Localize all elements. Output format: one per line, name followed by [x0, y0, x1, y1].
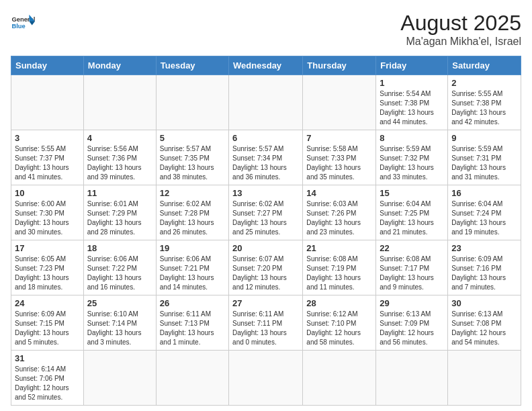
- day-info: Sunrise: 5:59 AM Sunset: 7:31 PM Dayligh…: [451, 144, 517, 182]
- day-info: Sunrise: 6:09 AM Sunset: 7:16 PM Dayligh…: [451, 255, 517, 292]
- day-number: 20: [232, 243, 299, 253]
- calendar-cell: 17Sunrise: 6:05 AM Sunset: 7:23 PM Dayli…: [11, 240, 84, 295]
- calendar-cell: 5Sunrise: 5:57 AM Sunset: 7:35 PM Daylig…: [156, 130, 228, 185]
- day-number: 13: [232, 188, 299, 198]
- calendar-cell: 6Sunrise: 5:57 AM Sunset: 7:34 PM Daylig…: [229, 130, 303, 185]
- day-info: Sunrise: 6:12 AM Sunset: 7:10 PM Dayligh…: [306, 310, 372, 347]
- calendar-cell: 24Sunrise: 6:09 AM Sunset: 7:15 PM Dayli…: [11, 295, 84, 351]
- day-number: 31: [15, 353, 80, 363]
- day-number: 22: [380, 243, 444, 253]
- day-info: Sunrise: 6:02 AM Sunset: 7:27 PM Dayligh…: [232, 199, 299, 237]
- day-number: 21: [306, 243, 372, 253]
- calendar-cell: 23Sunrise: 6:09 AM Sunset: 7:16 PM Dayli…: [448, 240, 521, 295]
- day-info: Sunrise: 6:08 AM Sunset: 7:19 PM Dayligh…: [306, 255, 372, 292]
- calendar-cell: [83, 351, 156, 406]
- day-info: Sunrise: 6:04 AM Sunset: 7:25 PM Dayligh…: [380, 199, 444, 237]
- header-wednesday: Wednesday: [229, 56, 303, 75]
- calendar-cell: 1Sunrise: 5:54 AM Sunset: 7:38 PM Daylig…: [376, 75, 448, 130]
- calendar-cell: 7Sunrise: 5:58 AM Sunset: 7:33 PM Daylig…: [303, 130, 376, 185]
- calendar-week-row: 10Sunrise: 6:00 AM Sunset: 7:30 PM Dayli…: [11, 185, 521, 240]
- day-number: 30: [451, 298, 517, 308]
- calendar-cell: 3Sunrise: 5:55 AM Sunset: 7:37 PM Daylig…: [11, 130, 84, 185]
- day-info: Sunrise: 6:05 AM Sunset: 7:23 PM Dayligh…: [15, 255, 80, 292]
- day-info: Sunrise: 6:06 AM Sunset: 7:21 PM Dayligh…: [160, 255, 225, 292]
- day-number: 3: [15, 133, 80, 143]
- calendar-cell: 26Sunrise: 6:11 AM Sunset: 7:13 PM Dayli…: [156, 295, 228, 351]
- day-info: Sunrise: 6:00 AM Sunset: 7:30 PM Dayligh…: [15, 199, 80, 237]
- calendar-cell: 9Sunrise: 5:59 AM Sunset: 7:31 PM Daylig…: [448, 130, 521, 185]
- calendar-title: August 2025: [400, 11, 521, 36]
- day-number: 19: [160, 243, 225, 253]
- day-info: Sunrise: 6:11 AM Sunset: 7:13 PM Dayligh…: [160, 310, 225, 347]
- header-sunday: Sunday: [11, 56, 84, 75]
- calendar-cell: [156, 75, 228, 130]
- calendar-cell: 28Sunrise: 6:12 AM Sunset: 7:10 PM Dayli…: [303, 295, 376, 351]
- calendar-cell: 21Sunrise: 6:08 AM Sunset: 7:19 PM Dayli…: [303, 240, 376, 295]
- logo: General Blue: [11, 11, 35, 35]
- calendar-cell: [83, 75, 156, 130]
- calendar-cell: 8Sunrise: 5:59 AM Sunset: 7:32 PM Daylig…: [376, 130, 448, 185]
- day-number: 26: [160, 298, 225, 308]
- day-info: Sunrise: 5:58 AM Sunset: 7:33 PM Dayligh…: [306, 144, 372, 182]
- calendar-table: SundayMondayTuesdayWednesdayThursdayFrid…: [11, 56, 521, 406]
- day-info: Sunrise: 5:57 AM Sunset: 7:35 PM Dayligh…: [160, 144, 225, 182]
- calendar-cell: [229, 351, 303, 406]
- calendar-cell: 16Sunrise: 6:04 AM Sunset: 7:24 PM Dayli…: [448, 185, 521, 240]
- calendar-cell: [11, 75, 84, 130]
- title-area: August 2025 Ma'agan Mikha'el, Israel: [400, 11, 521, 48]
- day-info: Sunrise: 6:14 AM Sunset: 7:06 PM Dayligh…: [15, 365, 80, 402]
- day-info: Sunrise: 5:56 AM Sunset: 7:36 PM Dayligh…: [87, 144, 152, 182]
- day-info: Sunrise: 6:11 AM Sunset: 7:11 PM Dayligh…: [232, 310, 299, 347]
- day-number: 10: [15, 188, 80, 198]
- day-info: Sunrise: 5:57 AM Sunset: 7:34 PM Dayligh…: [232, 144, 299, 182]
- calendar-week-row: 1Sunrise: 5:54 AM Sunset: 7:38 PM Daylig…: [11, 75, 521, 130]
- day-number: 15: [380, 188, 444, 198]
- day-info: Sunrise: 6:04 AM Sunset: 7:24 PM Dayligh…: [451, 199, 517, 237]
- calendar-cell: 31Sunrise: 6:14 AM Sunset: 7:06 PM Dayli…: [11, 351, 84, 406]
- calendar-header-row: SundayMondayTuesdayWednesdayThursdayFrid…: [11, 56, 521, 75]
- day-number: 28: [306, 298, 372, 308]
- calendar-cell: [229, 75, 303, 130]
- calendar-cell: [303, 351, 376, 406]
- day-number: 4: [87, 133, 152, 143]
- calendar-cell: [156, 351, 228, 406]
- calendar-cell: 2Sunrise: 5:55 AM Sunset: 7:38 PM Daylig…: [448, 75, 521, 130]
- day-number: 23: [451, 243, 517, 253]
- calendar-cell: 22Sunrise: 6:08 AM Sunset: 7:17 PM Dayli…: [376, 240, 448, 295]
- page-header: General Blue August 2025 Ma'agan Mikha'e…: [11, 11, 521, 48]
- day-number: 12: [160, 188, 225, 198]
- day-info: Sunrise: 5:54 AM Sunset: 7:38 PM Dayligh…: [380, 89, 444, 127]
- day-number: 6: [232, 133, 299, 143]
- day-number: 17: [15, 243, 80, 253]
- calendar-cell: 25Sunrise: 6:10 AM Sunset: 7:14 PM Dayli…: [83, 295, 156, 351]
- day-number: 11: [87, 188, 152, 198]
- day-info: Sunrise: 6:10 AM Sunset: 7:14 PM Dayligh…: [87, 310, 152, 347]
- calendar-cell: 20Sunrise: 6:07 AM Sunset: 7:20 PM Dayli…: [229, 240, 303, 295]
- header-tuesday: Tuesday: [156, 56, 228, 75]
- calendar-cell: 15Sunrise: 6:04 AM Sunset: 7:25 PM Dayli…: [376, 185, 448, 240]
- calendar-week-row: 3Sunrise: 5:55 AM Sunset: 7:37 PM Daylig…: [11, 130, 521, 185]
- day-info: Sunrise: 6:13 AM Sunset: 7:08 PM Dayligh…: [451, 310, 517, 347]
- day-number: 2: [451, 78, 517, 88]
- svg-marker-3: [29, 21, 35, 26]
- day-info: Sunrise: 6:02 AM Sunset: 7:28 PM Dayligh…: [160, 199, 225, 237]
- calendar-cell: [376, 351, 448, 406]
- day-info: Sunrise: 5:55 AM Sunset: 7:37 PM Dayligh…: [15, 144, 80, 182]
- day-number: 18: [87, 243, 152, 253]
- calendar-cell: [303, 75, 376, 130]
- day-info: Sunrise: 6:13 AM Sunset: 7:09 PM Dayligh…: [380, 310, 444, 347]
- calendar-cell: 11Sunrise: 6:01 AM Sunset: 7:29 PM Dayli…: [83, 185, 156, 240]
- calendar-cell: [448, 351, 521, 406]
- day-info: Sunrise: 6:06 AM Sunset: 7:22 PM Dayligh…: [87, 255, 152, 292]
- day-number: 27: [232, 298, 299, 308]
- day-number: 24: [15, 298, 80, 308]
- header-saturday: Saturday: [448, 56, 521, 75]
- header-monday: Monday: [83, 56, 156, 75]
- svg-text:Blue: Blue: [11, 23, 25, 30]
- calendar-cell: 14Sunrise: 6:03 AM Sunset: 7:26 PM Dayli…: [303, 185, 376, 240]
- calendar-location: Ma'agan Mikha'el, Israel: [400, 36, 521, 48]
- calendar-cell: 19Sunrise: 6:06 AM Sunset: 7:21 PM Dayli…: [156, 240, 228, 295]
- day-info: Sunrise: 6:07 AM Sunset: 7:20 PM Dayligh…: [232, 255, 299, 292]
- day-number: 9: [451, 133, 517, 143]
- day-number: 7: [306, 133, 372, 143]
